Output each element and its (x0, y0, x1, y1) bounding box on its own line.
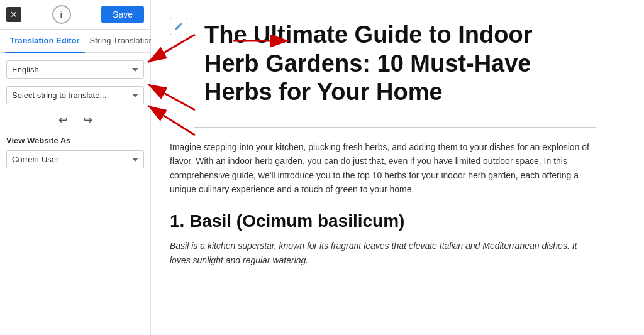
title-box: The Ultimate Guide to Indoor Herb Garden… (194, 13, 596, 128)
tabs-bar: Translation Editor String Translation (0, 30, 150, 53)
language-select[interactable]: English (6, 60, 144, 79)
tab-translation-editor[interactable]: Translation Editor (5, 30, 85, 53)
article-title: The Ultimate Guide to Indoor Herb Garden… (204, 21, 586, 107)
subheading-section: 1. Basil (Ocimum basilicum) Basil is a k… (170, 211, 625, 267)
right-panel: The Ultimate Guide to Indoor Herb Garden… (151, 0, 644, 335)
basil-description: Basil is a kitchen superstar, known for … (170, 239, 597, 267)
redo-button[interactable]: ↪ (80, 112, 95, 128)
save-button[interactable]: Save (101, 6, 144, 23)
article-subheading: 1. Basil (Ocimum basilicum) (170, 211, 625, 231)
info-button[interactable]: i (52, 5, 71, 24)
content-area: The Ultimate Guide to Indoor Herb Garden… (170, 13, 625, 267)
view-as-label: View Website As (6, 136, 144, 145)
panel-header: ✕ i Save (0, 0, 150, 30)
left-panel: ✕ i Save Translation Editor String Trans… (0, 0, 151, 335)
view-as-select[interactable]: Current User (6, 150, 144, 168)
undo-redo-row: ↩ ↪ (6, 112, 144, 128)
tab-string-translation[interactable]: String Translation (85, 30, 158, 53)
close-button[interactable]: ✕ (6, 7, 21, 22)
article-intro: Imagine stepping into your kitchen, pluc… (170, 140, 597, 197)
string-select[interactable]: Select string to translate... (6, 86, 144, 104)
language-form-group: English (6, 60, 144, 79)
edit-icon-button[interactable] (170, 18, 187, 35)
undo-button[interactable]: ↩ (56, 112, 70, 128)
string-form-group: Select string to translate... (6, 86, 144, 104)
pencil-icon (174, 22, 183, 31)
panel-body: English Select string to translate... ↩ … (0, 53, 150, 335)
view-as-group: View Website As Current User (6, 136, 144, 168)
